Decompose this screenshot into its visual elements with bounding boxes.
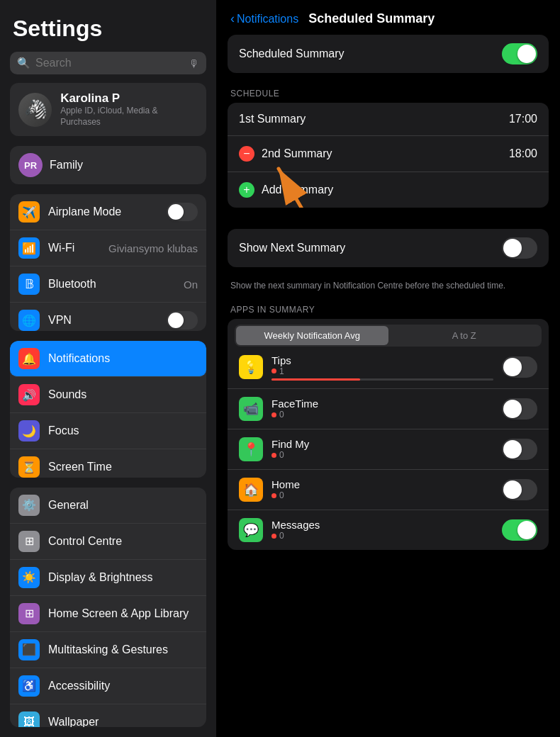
wifi-value: Giviansymo klubas bbox=[108, 242, 198, 254]
sidebar-item-accessibility[interactable]: ♿ Accessibility bbox=[10, 668, 206, 704]
facetime-name: FaceTime bbox=[271, 398, 493, 410]
sidebar-item-vpn[interactable]: 🌐 VPN bbox=[10, 303, 206, 331]
summary-row-2[interactable]: − 2nd Summary 18:00 bbox=[228, 136, 549, 172]
tips-name: Tips bbox=[271, 354, 493, 366]
account-name: Karolina P bbox=[60, 91, 198, 106]
messages-dot bbox=[271, 534, 276, 539]
multitasking-icon: ⬛ bbox=[18, 639, 40, 660]
accessibility-label: Accessibility bbox=[48, 680, 198, 692]
findmy-toggle[interactable] bbox=[502, 439, 537, 460]
sidebar-item-control-centre[interactable]: ⊞ Control Centre bbox=[10, 524, 206, 560]
sidebar-item-display[interactable]: ☀️ Display & Brightness bbox=[10, 560, 206, 596]
add-summary-label: Add Summary bbox=[262, 184, 333, 196]
app-row-home[interactable]: 🏠 Home 0 bbox=[228, 470, 549, 510]
control-centre-icon: ⊞ bbox=[18, 531, 40, 552]
app-row-facetime[interactable]: 📹 FaceTime 0 bbox=[228, 389, 549, 429]
show-next-summary-card: Show Next Summary bbox=[228, 229, 549, 267]
schedule-card: 1st Summary 17:00 − 2nd Summary 18:00 + … bbox=[228, 103, 549, 208]
app-row-tips[interactable]: 💡 Tips 1 bbox=[228, 347, 549, 389]
facetime-icon: 📹 bbox=[239, 397, 263, 421]
messages-toggle[interactable] bbox=[502, 519, 537, 541]
scheduled-summary-row[interactable]: Scheduled Summary bbox=[228, 35, 549, 73]
show-next-row[interactable]: Show Next Summary bbox=[228, 229, 549, 267]
remove-summary-2-button[interactable]: − bbox=[239, 146, 254, 162]
back-chevron-icon: ‹ bbox=[230, 11, 235, 26]
account-row[interactable]: 🦓 Karolina P Apple ID, iCloud, Media & P… bbox=[10, 83, 206, 136]
screentime-label: Screen Time bbox=[48, 461, 198, 473]
sidebar-item-wallpaper[interactable]: 🖼 Wallpaper bbox=[10, 704, 206, 727]
search-input[interactable] bbox=[35, 57, 184, 69]
scheduled-summary-toggle[interactable] bbox=[502, 43, 537, 64]
home-toggle[interactable] bbox=[502, 479, 537, 500]
show-next-label: Show Next Summary bbox=[239, 242, 502, 254]
sidebar-item-general[interactable]: ⚙️ General bbox=[10, 488, 206, 524]
add-summary-row[interactable]: + Add Summary bbox=[228, 172, 549, 208]
sounds-icon: 🔊 bbox=[18, 384, 40, 405]
sidebar-item-bluetooth[interactable]: 𝔹 Bluetooth On bbox=[10, 266, 206, 303]
summary-row-1[interactable]: 1st Summary 17:00 bbox=[228, 103, 549, 136]
bluetooth-label: Bluetooth bbox=[48, 278, 175, 291]
settings-group-preferences: ⚙️ General ⊞ Control Centre ☀️ Display &… bbox=[10, 488, 206, 727]
tips-dot bbox=[271, 368, 276, 373]
family-row[interactable]: PR Family bbox=[10, 146, 206, 184]
apps-card: Weekly Notification Avg A to Z 💡 Tips 1 bbox=[228, 319, 549, 550]
show-next-helper: Show the next summary in Notification Ce… bbox=[228, 277, 549, 299]
tips-icon: 💡 bbox=[239, 355, 263, 379]
wallpaper-icon: 🖼 bbox=[18, 711, 40, 727]
airplane-toggle[interactable] bbox=[167, 203, 198, 221]
show-next-toggle[interactable] bbox=[502, 237, 537, 259]
facetime-toggle[interactable] bbox=[502, 398, 537, 420]
wallpaper-label: Wallpaper bbox=[48, 716, 198, 727]
airplane-icon: ✈️ bbox=[18, 201, 40, 223]
avatar: 🦓 bbox=[18, 93, 52, 127]
home-icon: 🏠 bbox=[239, 478, 263, 502]
findmy-name: Find My bbox=[271, 438, 493, 450]
findmy-count: 0 bbox=[271, 450, 493, 460]
control-centre-label: Control Centre bbox=[48, 535, 198, 548]
general-icon: ⚙️ bbox=[18, 495, 40, 516]
messages-name: Messages bbox=[271, 519, 493, 531]
settings-group-system: 🔔 Notifications 🔊 Sounds 🌙 Focus ⏳ Scree… bbox=[10, 341, 206, 478]
tips-toggle[interactable] bbox=[502, 356, 537, 378]
home-dot bbox=[271, 493, 276, 498]
sidebar: Settings 🔍 🎙 🦓 Karolina P Apple ID, iClo… bbox=[0, 0, 216, 737]
bluetooth-icon: 𝔹 bbox=[18, 274, 40, 295]
sidebar-item-homescreen[interactable]: ⊞ Home Screen & App Library bbox=[10, 596, 206, 632]
sidebar-item-screentime[interactable]: ⏳ Screen Time bbox=[10, 449, 206, 478]
search-bar[interactable]: 🔍 🎙 bbox=[10, 52, 206, 74]
facetime-count: 0 bbox=[271, 410, 493, 420]
sidebar-item-focus[interactable]: 🌙 Focus bbox=[10, 413, 206, 449]
page-title: Scheduled Summary bbox=[308, 11, 435, 26]
messages-icon: 💬 bbox=[239, 518, 263, 542]
settings-group-connectivity: ✈️ Airplane Mode 📶 Wi-Fi Giviansymo klub… bbox=[10, 194, 206, 331]
sidebar-item-notifications[interactable]: 🔔 Notifications bbox=[10, 341, 206, 377]
sounds-label: Sounds bbox=[48, 388, 198, 401]
bluetooth-value: On bbox=[184, 279, 198, 291]
multitasking-label: Multitasking & Gestures bbox=[48, 643, 198, 656]
sidebar-item-sounds[interactable]: 🔊 Sounds bbox=[10, 377, 206, 413]
sort-tab-weekly[interactable]: Weekly Notification Avg bbox=[236, 326, 388, 345]
nav-header: ‹ Notifications Scheduled Summary bbox=[216, 0, 560, 35]
sidebar-item-airplane[interactable]: ✈️ Airplane Mode bbox=[10, 194, 206, 230]
microphone-icon: 🎙 bbox=[189, 57, 199, 69]
sidebar-item-multitasking[interactable]: ⬛ Multitasking & Gestures bbox=[10, 632, 206, 668]
add-summary-button[interactable]: + bbox=[239, 182, 254, 198]
settings-title: Settings bbox=[0, 0, 216, 49]
vpn-label: VPN bbox=[48, 314, 158, 327]
display-label: Display & Brightness bbox=[48, 571, 198, 584]
focus-label: Focus bbox=[48, 424, 198, 437]
homescreen-icon: ⊞ bbox=[18, 603, 40, 624]
wifi-label: Wi-Fi bbox=[48, 242, 100, 254]
account-subtitle: Apple ID, iCloud, Media & Purchases bbox=[60, 106, 198, 128]
app-row-messages[interactable]: 💬 Messages 0 bbox=[228, 510, 549, 550]
vpn-toggle[interactable] bbox=[167, 311, 198, 330]
findmy-dot bbox=[271, 453, 276, 458]
wifi-icon: 📶 bbox=[18, 237, 40, 259]
home-count: 0 bbox=[271, 490, 493, 500]
scheduled-summary-label: Scheduled Summary bbox=[239, 47, 502, 60]
app-row-findmy[interactable]: 📍 Find My 0 bbox=[228, 429, 549, 470]
sort-tab-atoz[interactable]: A to Z bbox=[388, 326, 541, 345]
summary-2-label: 2nd Summary bbox=[262, 147, 509, 160]
sidebar-item-wifi[interactable]: 📶 Wi-Fi Giviansymo klubas bbox=[10, 230, 206, 266]
nav-back-button[interactable]: ‹ Notifications bbox=[230, 11, 298, 26]
